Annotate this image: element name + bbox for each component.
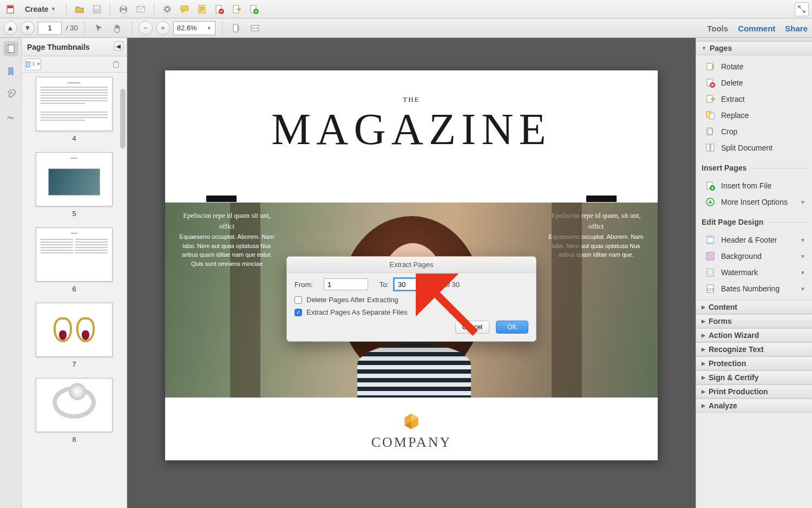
print-production-section-header[interactable]: ▶Print Production <box>696 385 812 399</box>
to-input[interactable] <box>394 278 438 290</box>
svg-rect-3 <box>95 6 99 9</box>
zoom-in-button[interactable]: + <box>156 21 170 35</box>
checkbox-checked-icon <box>294 309 302 316</box>
thumbnail-item[interactable]: 7 <box>28 303 120 368</box>
analyze-section-header[interactable]: ▶Analyze <box>696 399 812 413</box>
tools-sidebar: ▼Pages Rotate Delete Extract Replace Cro… <box>696 38 812 508</box>
crop-item[interactable]: Crop <box>700 123 812 140</box>
thumbnails-tab-icon[interactable] <box>3 41 18 56</box>
svg-rect-32 <box>711 144 714 151</box>
select-tool-icon[interactable] <box>91 21 107 36</box>
cancel-button[interactable]: Cancel <box>455 321 489 334</box>
background-icon <box>705 251 716 262</box>
comment-bubble-icon[interactable] <box>177 2 192 17</box>
insert-file-icon <box>705 180 716 191</box>
comment-link[interactable]: Comment <box>738 24 775 33</box>
insert-page-icon[interactable] <box>246 2 261 17</box>
zoom-out-button[interactable]: − <box>139 21 153 35</box>
replace-icon <box>705 110 716 121</box>
hero-text-right: Epeliscim repe id quam, sit unt, offici … <box>547 210 645 259</box>
open-icon[interactable] <box>72 2 87 17</box>
header-footer-item[interactable]: Header & Footer▼ <box>700 232 812 248</box>
create-button[interactable]: Create ▼ <box>21 2 61 17</box>
thumbnails-scrollbar[interactable] <box>119 73 127 508</box>
thumbnails-list[interactable]: ━━━━━━ 4 ━━━ 5 ━━━ 6 7 8 <box>22 73 127 508</box>
gear-icon[interactable] <box>160 2 175 17</box>
attachments-tab-icon[interactable] <box>3 87 18 102</box>
extract-page-icon[interactable] <box>229 2 244 17</box>
extract-item[interactable]: Extract <box>700 91 812 107</box>
email-icon[interactable] <box>133 2 148 17</box>
thumbnail-item[interactable]: ━━━ 6 <box>28 227 120 293</box>
crop-icon <box>705 126 716 137</box>
signatures-tab-icon[interactable] <box>3 109 18 125</box>
delete-page-icon[interactable] <box>212 2 227 17</box>
svg-rect-38 <box>707 242 713 244</box>
thumbnail-item[interactable]: ━━━ 5 <box>28 152 120 218</box>
pages-section-header[interactable]: ▼Pages <box>696 41 812 55</box>
fit-page-icon[interactable] <box>229 21 244 36</box>
bates-item[interactable]: 123Bates Numbering▼ <box>700 281 812 297</box>
thumbnail-label: 7 <box>28 360 120 368</box>
save-icon[interactable] <box>89 2 104 17</box>
thumbnail-label: 6 <box>28 285 120 293</box>
create-pdf-icon[interactable] <box>3 2 18 17</box>
decor-bar <box>206 196 237 202</box>
chevron-down-icon: ▼ <box>800 270 808 276</box>
replace-item[interactable]: Replace <box>700 107 812 123</box>
more-insert-icon <box>705 197 716 207</box>
rotate-icon <box>705 61 716 72</box>
share-link[interactable]: Share <box>785 24 808 33</box>
hero-text-left: Epeliscim repe id quam sit unt, offici E… <box>178 210 276 268</box>
note-icon[interactable] <box>194 2 209 17</box>
thumbnail-item[interactable]: 8 <box>28 378 120 444</box>
maximize-icon[interactable] <box>795 2 809 16</box>
print-icon[interactable] <box>116 2 131 17</box>
trash-icon[interactable] <box>108 57 123 72</box>
svg-rect-10 <box>181 6 188 11</box>
svg-rect-21 <box>27 62 30 67</box>
zoom-value: 82.6% <box>177 24 197 32</box>
next-page-button[interactable]: ▼ <box>21 21 35 35</box>
navigation-rail <box>0 38 22 508</box>
insert-pages-subheader: Insert Pages <box>696 159 812 174</box>
recognize-text-section-header[interactable]: ▶Recognize Text <box>696 342 812 356</box>
tools-link[interactable]: Tools <box>707 24 728 33</box>
protection-section-header[interactable]: ▶Protection <box>696 356 812 370</box>
thumbnail-label: 8 <box>28 435 120 444</box>
rotate-item[interactable]: Rotate <box>700 58 812 75</box>
delete-item[interactable]: Delete <box>700 75 812 91</box>
watermark-item[interactable]: Watermark▼ <box>700 264 812 281</box>
from-input[interactable] <box>324 278 368 290</box>
thumbnails-toolbar: ▼ <box>22 56 127 73</box>
chevron-down-icon: ▼ <box>51 6 56 12</box>
hand-tool-icon[interactable] <box>110 21 125 36</box>
document-area[interactable]: THE MAGAZINE Epeliscim repe id quam sit … <box>127 38 696 508</box>
delete-after-checkbox[interactable]: Delete Pages After Extracting <box>294 296 528 304</box>
forms-section-header[interactable]: ▶Forms <box>696 314 812 328</box>
company-block: COMPANY <box>165 412 658 451</box>
company-logo-icon <box>402 412 421 431</box>
background-item[interactable]: Background▼ <box>700 248 812 264</box>
more-insert-item[interactable]: More Insert Options▼ <box>700 194 812 210</box>
ok-button[interactable]: OK <box>496 321 528 334</box>
thumbnail-options-icon[interactable]: ▼ <box>25 58 41 70</box>
prev-page-button[interactable]: ▲ <box>3 21 17 35</box>
collapse-panel-icon[interactable]: ◀ <box>114 41 123 51</box>
fit-width-icon[interactable] <box>247 21 263 36</box>
separate-files-checkbox[interactable]: Extract Pages As Separate Files <box>294 308 528 316</box>
zoom-dropdown[interactable]: 82.6% ▼ <box>173 21 215 35</box>
svg-rect-20 <box>9 45 14 53</box>
action-wizard-section-header[interactable]: ▶Action Wizard <box>696 328 812 342</box>
page-number-input[interactable] <box>38 22 62 35</box>
content-section-header[interactable]: ▶Content <box>696 300 812 314</box>
thumbnail-item[interactable]: ━━━━━━ 4 <box>28 77 120 142</box>
split-icon <box>705 142 716 153</box>
bookmarks-tab-icon[interactable] <box>3 64 18 79</box>
bates-icon: 123 <box>705 283 716 294</box>
thumbnails-title: Page Thumbnails <box>27 43 90 51</box>
insert-from-file-item[interactable]: Insert from File <box>700 178 812 194</box>
split-item[interactable]: Split Document <box>700 140 812 156</box>
sign-certify-section-header[interactable]: ▶Sign & Certify <box>696 370 812 385</box>
svg-rect-37 <box>707 236 713 238</box>
